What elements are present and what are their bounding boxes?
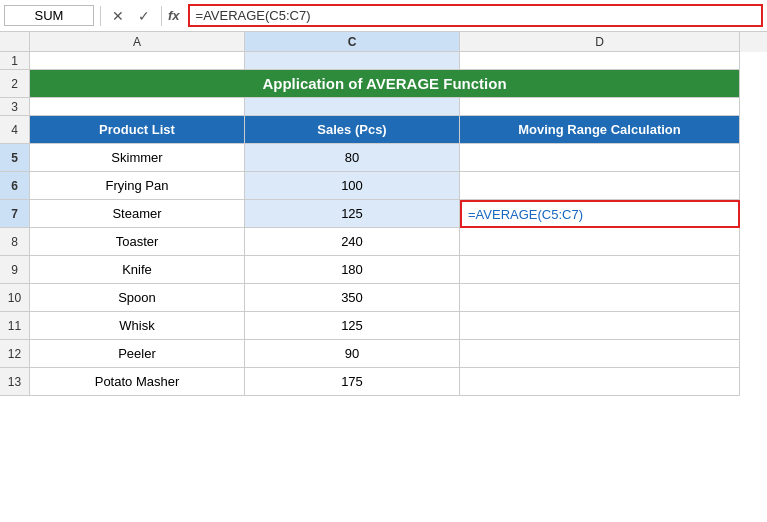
cell-b13[interactable]: Potato Masher (30, 368, 245, 396)
cell-c4: Sales (Pcs) (245, 116, 460, 144)
cell-d6[interactable] (460, 172, 740, 200)
row-num-6: 6 (0, 172, 30, 200)
cell-c9[interactable]: 180 (245, 256, 460, 284)
cell-d4: Moving Range Calculation (460, 116, 740, 144)
row-num-1: 1 (0, 52, 30, 70)
cell-title: Application of AVERAGE Function (30, 70, 740, 98)
row-5: 5 Skimmer 80 (0, 144, 767, 172)
cell-b4: Product List (30, 116, 245, 144)
row-num-11: 11 (0, 312, 30, 340)
cell-c12[interactable]: 90 (245, 340, 460, 368)
row-num-4: 4 (0, 116, 30, 144)
row-num-13: 13 (0, 368, 30, 396)
cell-b8[interactable]: Toaster (30, 228, 245, 256)
cell-d11[interactable] (460, 312, 740, 340)
cell-b12[interactable]: Peeler (30, 340, 245, 368)
corner-header (0, 32, 30, 52)
cell-c3[interactable] (245, 98, 460, 116)
row-13: 13 Potato Masher 175 (0, 368, 767, 396)
col-header-a: A (30, 32, 245, 52)
cell-c1[interactable] (245, 52, 460, 70)
col-header-d: D (460, 32, 740, 52)
cell-b11[interactable]: Whisk (30, 312, 245, 340)
cell-c10[interactable]: 350 (245, 284, 460, 312)
cell-b9[interactable]: Knife (30, 256, 245, 284)
cell-c8[interactable]: 240 (245, 228, 460, 256)
row-4: 4 Product List Sales (Pcs) Moving Range … (0, 116, 767, 144)
fx-icon: fx (168, 8, 180, 23)
row-3: 3 (0, 98, 767, 116)
cell-d7-formula[interactable]: =AVERAGE(C5:C7) (460, 200, 740, 228)
formula-input[interactable] (188, 4, 763, 27)
cell-d9[interactable] (460, 256, 740, 284)
col-header-c: C (245, 32, 460, 52)
name-box[interactable]: SUM (4, 5, 94, 26)
cell-c11[interactable]: 125 (245, 312, 460, 340)
row-num-8: 8 (0, 228, 30, 256)
divider-1 (100, 6, 101, 26)
cell-d13[interactable] (460, 368, 740, 396)
row-6: 6 Frying Pan 100 (0, 172, 767, 200)
cancel-button[interactable]: ✕ (107, 5, 129, 27)
col-header-row: A C D (0, 32, 767, 52)
cell-c5[interactable]: 80 (245, 144, 460, 172)
row-7: 7 Steamer 125 =AVERAGE(C5:C7) (0, 200, 767, 228)
row-num-9: 9 (0, 256, 30, 284)
cell-c7[interactable]: 125 (245, 200, 460, 228)
row-11: 11 Whisk 125 (0, 312, 767, 340)
cell-c6[interactable]: 100 (245, 172, 460, 200)
row-num-2: 2 (0, 70, 30, 98)
cell-b6[interactable]: Frying Pan (30, 172, 245, 200)
cell-d12[interactable] (460, 340, 740, 368)
row-2: 2 Application of AVERAGE Function (0, 70, 767, 98)
cell-b7[interactable]: Steamer (30, 200, 245, 228)
row-num-7: 7 (0, 200, 30, 228)
spreadsheet: A C D 1 2 Application of AVERAGE Functio… (0, 32, 767, 396)
cell-d8[interactable] (460, 228, 740, 256)
row-10: 10 Spoon 350 (0, 284, 767, 312)
row-num-12: 12 (0, 340, 30, 368)
row-num-3: 3 (0, 98, 30, 116)
cell-b1[interactable] (30, 52, 245, 70)
cell-c13[interactable]: 175 (245, 368, 460, 396)
row-9: 9 Knife 180 (0, 256, 767, 284)
row-8: 8 Toaster 240 (0, 228, 767, 256)
cell-b3[interactable] (30, 98, 245, 116)
cell-d3[interactable] (460, 98, 740, 116)
cell-d1[interactable] (460, 52, 740, 70)
cell-d10[interactable] (460, 284, 740, 312)
divider-2 (161, 6, 162, 26)
confirm-button[interactable]: ✓ (133, 5, 155, 27)
cell-d5[interactable] (460, 144, 740, 172)
row-1: 1 (0, 52, 767, 70)
row-num-10: 10 (0, 284, 30, 312)
row-num-5: 5 (0, 144, 30, 172)
row-12: 12 Peeler 90 (0, 340, 767, 368)
cell-b10[interactable]: Spoon (30, 284, 245, 312)
cell-b5[interactable]: Skimmer (30, 144, 245, 172)
formula-bar: SUM ✕ ✓ fx (0, 0, 767, 32)
